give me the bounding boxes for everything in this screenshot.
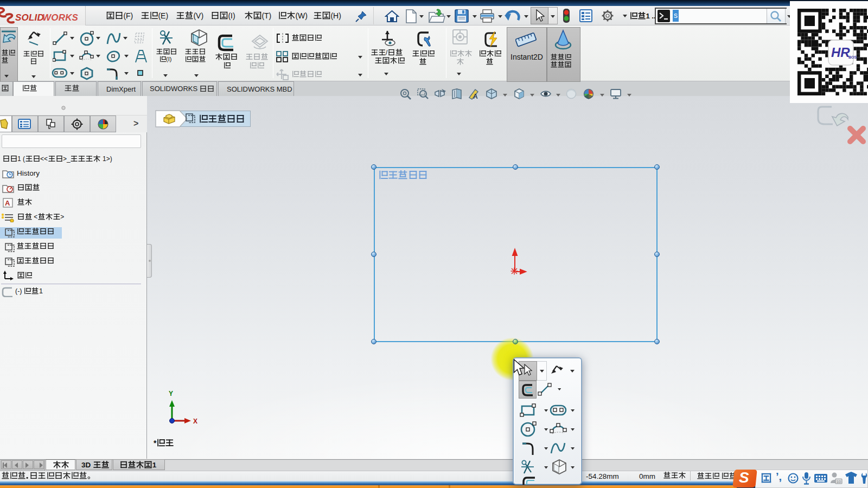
svg-text:BOS: BOS xyxy=(848,55,857,59)
svg-text:Y: Y xyxy=(169,390,173,397)
svg-text:10: 10 xyxy=(837,480,841,484)
svg-text:A: A xyxy=(5,199,10,207)
svg-text:X: X xyxy=(193,418,197,425)
svg-text:HR: HR xyxy=(831,45,850,60)
svg-text:A: A xyxy=(473,93,478,100)
